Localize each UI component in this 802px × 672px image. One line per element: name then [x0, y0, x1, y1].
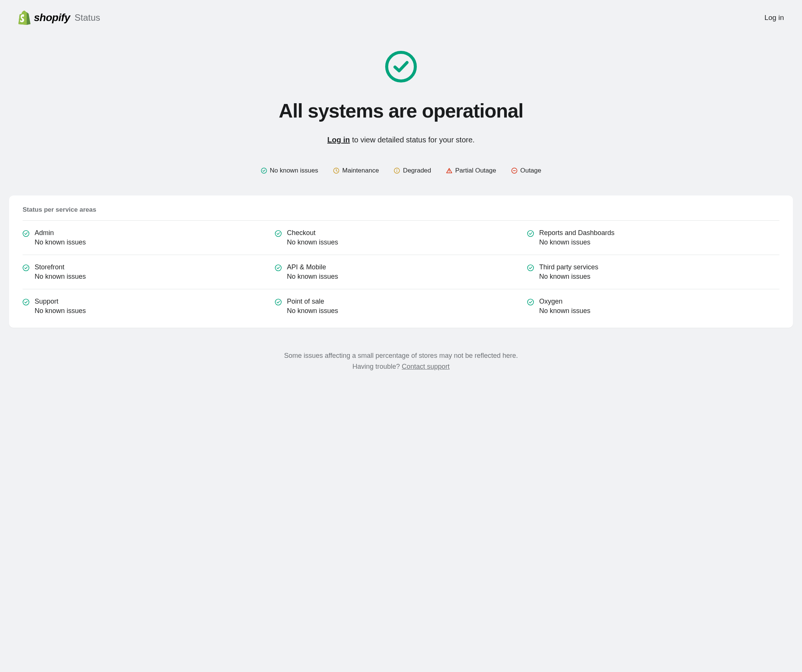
- service-name: Support: [35, 298, 86, 306]
- footer-line-1: Some issues affecting a small percentage…: [8, 350, 794, 361]
- check-circle-small-icon: [527, 264, 534, 271]
- service-status: No known issues: [287, 238, 338, 246]
- hero-login-link[interactable]: Log in: [327, 136, 350, 144]
- service-text: SupportNo known issues: [35, 298, 86, 315]
- brand-suffix: Status: [74, 13, 100, 23]
- service-text: API & MobileNo known issues: [287, 263, 338, 281]
- service-name: Reports and Dashboards: [539, 229, 614, 237]
- brand-name: shopify: [34, 12, 70, 24]
- page-header: shopify Status Log in: [0, 0, 802, 36]
- alert-triangle-icon: [446, 168, 452, 174]
- svg-point-5: [449, 172, 450, 173]
- service-status: No known issues: [287, 307, 338, 315]
- svg-point-11: [275, 265, 281, 271]
- check-circle-small-icon: [23, 264, 29, 271]
- service-status: No known issues: [35, 273, 86, 281]
- check-circle-small-icon: [527, 299, 534, 306]
- svg-point-4: [396, 169, 397, 170]
- service-text: CheckoutNo known issues: [287, 229, 338, 246]
- page-footer: Some issues affecting a small percentage…: [0, 337, 802, 391]
- svg-point-9: [527, 230, 534, 236]
- hero-section: All systems are operational Log in to vi…: [0, 36, 802, 152]
- service-name: Admin: [35, 229, 86, 237]
- check-circle-small-icon: [527, 230, 534, 237]
- legend-label: Degraded: [403, 167, 431, 175]
- info-circle-icon: [394, 168, 400, 174]
- service-text: Point of saleNo known issues: [287, 298, 338, 315]
- page-title: All systems are operational: [8, 99, 794, 122]
- svg-point-15: [527, 299, 534, 305]
- service-status: No known issues: [539, 238, 614, 246]
- shopify-bag-icon: [18, 11, 31, 25]
- logo[interactable]: shopify Status: [18, 11, 100, 25]
- service-text: OxygenNo known issues: [539, 298, 590, 315]
- check-circle-small-icon: [275, 264, 281, 271]
- check-circle-small-icon: [23, 299, 29, 306]
- service-status: No known issues: [539, 273, 598, 281]
- service-text: StorefrontNo known issues: [35, 263, 86, 281]
- legend-outage: Outage: [511, 167, 542, 175]
- legend-label: No known issues: [270, 167, 319, 175]
- legend-degraded: Degraded: [394, 167, 431, 175]
- svg-point-12: [527, 265, 534, 271]
- legend-no-issues: No known issues: [261, 167, 319, 175]
- hero-subtitle-text: to view detailed status for your store.: [350, 136, 474, 144]
- service-name: Third party services: [539, 263, 598, 271]
- legend-label: Partial Outage: [455, 167, 496, 175]
- service-status: No known issues: [287, 273, 338, 281]
- service-text: Third party servicesNo known issues: [539, 263, 598, 281]
- service-item[interactable]: CheckoutNo known issues: [275, 220, 527, 255]
- footer-prefix: Having trouble?: [352, 363, 402, 370]
- svg-point-7: [23, 230, 29, 236]
- svg-point-10: [23, 265, 29, 271]
- service-item[interactable]: AdminNo known issues: [23, 220, 275, 255]
- service-name: Checkout: [287, 229, 338, 237]
- service-status: No known issues: [35, 238, 86, 246]
- check-circle-small-icon: [275, 230, 281, 237]
- card-title: Status per service areas: [23, 206, 779, 214]
- check-circle-small-icon: [275, 299, 281, 306]
- service-item[interactable]: Reports and DashboardsNo known issues: [527, 220, 779, 255]
- service-name: Storefront: [35, 263, 86, 271]
- svg-point-8: [275, 230, 281, 236]
- svg-point-13: [23, 299, 29, 305]
- service-grid: AdminNo known issuesCheckoutNo known iss…: [23, 220, 779, 323]
- legend-maintenance: Maintenance: [333, 167, 379, 175]
- hero-subtitle: Log in to view detailed status for your …: [8, 136, 794, 144]
- service-text: AdminNo known issues: [35, 229, 86, 246]
- login-link[interactable]: Log in: [764, 13, 784, 22]
- service-item[interactable]: OxygenNo known issues: [527, 289, 779, 323]
- service-item[interactable]: SupportNo known issues: [23, 289, 275, 323]
- contact-support-link[interactable]: Contact support: [402, 363, 450, 370]
- services-card: Status per service areas AdminNo known i…: [9, 196, 793, 328]
- service-item[interactable]: Point of saleNo known issues: [275, 289, 527, 323]
- legend-label: Outage: [521, 167, 542, 175]
- service-text: Reports and DashboardsNo known issues: [539, 229, 614, 246]
- check-circle-small-icon: [23, 230, 29, 237]
- legend-label: Maintenance: [342, 167, 379, 175]
- service-status: No known issues: [35, 307, 86, 315]
- service-item[interactable]: Third party servicesNo known issues: [527, 255, 779, 289]
- check-circle-icon: [385, 50, 417, 83]
- service-name: API & Mobile: [287, 263, 338, 271]
- legend-partial-outage: Partial Outage: [446, 167, 496, 175]
- service-name: Point of sale: [287, 298, 338, 306]
- check-circle-small-icon: [261, 168, 267, 174]
- status-legend: No known issues Maintenance Degraded Par…: [0, 152, 802, 186]
- svg-point-14: [275, 299, 281, 305]
- service-item[interactable]: StorefrontNo known issues: [23, 255, 275, 289]
- minus-circle-icon: [511, 168, 517, 174]
- service-name: Oxygen: [539, 298, 590, 306]
- footer-line-2: Having trouble? Contact support: [8, 361, 794, 372]
- clock-icon: [333, 168, 339, 174]
- service-status: No known issues: [539, 307, 590, 315]
- service-item[interactable]: API & MobileNo known issues: [275, 255, 527, 289]
